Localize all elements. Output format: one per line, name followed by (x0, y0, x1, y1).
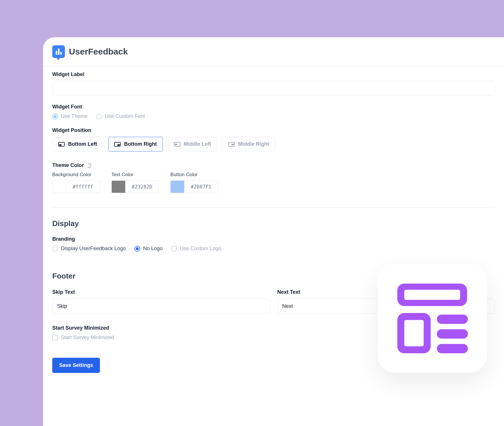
display-section-title: Display (52, 219, 495, 228)
app-header: UserFeedback (43, 37, 504, 66)
button-color-label: Button Color (170, 172, 218, 178)
widget-label-input[interactable] (52, 81, 495, 96)
radio-icon (52, 114, 58, 119)
text-color-label: Text Color (111, 172, 159, 178)
position-bottom-left[interactable]: Bottom Left (52, 137, 103, 151)
position-bl-icon (58, 142, 65, 147)
svg-rect-5 (437, 329, 468, 339)
layout-icon (393, 280, 471, 357)
bg-color-picker[interactable]: #ffffff (52, 180, 100, 193)
skip-text-input[interactable] (52, 299, 270, 314)
radio-icon (96, 114, 102, 119)
feature-illustration-card (378, 264, 487, 373)
brand-name: UserFeedback (69, 47, 128, 57)
brand-logo-icon (52, 45, 65, 58)
skip-text-label: Skip Text (52, 289, 270, 295)
text-color-picker[interactable]: #23282D (111, 180, 159, 193)
position-label: Middle Right (238, 141, 269, 147)
branding-display-logo[interactable]: Display UserFeedback Logo (52, 246, 126, 252)
radio-icon (134, 246, 140, 252)
color-swatch (112, 181, 125, 193)
widget-font-title: Widget Font (52, 104, 495, 110)
save-settings-button[interactable]: Save Settings (52, 358, 100, 373)
radio-label: Use Theme (61, 113, 88, 119)
color-swatch (53, 181, 66, 193)
radio-icon (171, 246, 177, 252)
position-ml-icon (174, 142, 180, 147)
position-bottom-right[interactable]: Bottom Right (108, 137, 163, 151)
branding-title: Branding (52, 236, 495, 242)
settings-window: UserFeedback Widget Label Widget Font Us… (43, 37, 504, 426)
reset-icon[interactable] (87, 163, 91, 168)
bg-color-label: Background Color (52, 172, 100, 178)
position-label: Bottom Right (124, 141, 157, 147)
start-minimized-checkbox[interactable]: Start Survey Minimized (52, 334, 114, 341)
branding-no-logo[interactable]: No Logo (134, 246, 163, 252)
svg-rect-6 (437, 344, 468, 353)
position-label: Bottom Left (68, 141, 97, 147)
svg-rect-1 (404, 290, 460, 300)
divider (52, 207, 495, 208)
color-value: #2D87F1 (184, 184, 218, 190)
radio-label: Display UserFeedback Logo (61, 246, 126, 252)
widget-label-title: Widget Label (52, 71, 495, 77)
widget-position-title: Widget Position (52, 127, 495, 133)
position-label: Middle Left (184, 141, 211, 147)
svg-rect-3 (404, 320, 424, 346)
position-middle-right[interactable]: Middle Right (222, 137, 275, 151)
radio-label: Use Custom Logo (180, 246, 221, 252)
branding-custom-logo[interactable]: Use Custom Logo (171, 246, 221, 252)
button-color-picker[interactable]: #2D87F1 (170, 180, 218, 193)
position-middle-left[interactable]: Middle Left (168, 137, 217, 151)
checkbox-icon (52, 335, 58, 341)
color-swatch (171, 181, 184, 193)
svg-rect-4 (437, 315, 468, 324)
color-value: #ffffff (66, 184, 100, 190)
font-option-use-theme[interactable]: Use Theme (52, 113, 88, 119)
position-mr-icon (228, 142, 235, 147)
radio-label: Use Custom Font (105, 113, 145, 119)
checkbox-label: Start Survey Minimized (61, 334, 114, 341)
radio-label: No Logo (143, 246, 163, 252)
color-value: #23282D (125, 184, 159, 190)
position-br-icon (114, 142, 121, 147)
font-option-custom[interactable]: Use Custom Font (96, 113, 145, 119)
radio-icon (52, 246, 58, 252)
theme-color-title: Theme Color (52, 162, 84, 168)
